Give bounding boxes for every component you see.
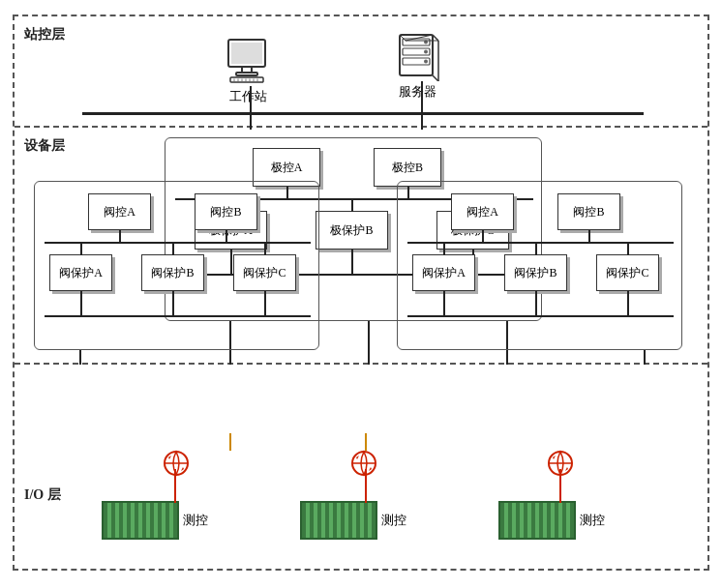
diagram-container: 站控层 工作站 <box>13 15 709 571</box>
meas-2-container: 测控 <box>300 501 406 540</box>
right-io-line-2 <box>644 350 646 365</box>
station-bus <box>82 112 644 115</box>
workstation-label: 工作站 <box>229 88 267 105</box>
left-valve-control-a-box: 阀控A <box>88 193 151 230</box>
network-icon-center <box>350 450 377 477</box>
meas-3-container: 测控 <box>498 501 605 540</box>
lvp-a-up <box>80 242 82 255</box>
meas-3-label: 测控 <box>580 512 605 529</box>
svg-line-20 <box>433 75 438 81</box>
rvp-b-down <box>535 291 537 317</box>
yellow-line-2 <box>365 433 367 451</box>
lvp-c-down <box>264 291 266 317</box>
rvp-b-up <box>535 242 537 255</box>
station-layer: 站控层 工作站 <box>15 16 707 128</box>
pp-b-up <box>351 198 353 212</box>
left-valve-control-b-box: 阀控B <box>195 193 257 230</box>
left-io-line-1 <box>79 350 81 365</box>
left-valve-protect-b-box: 阀保护B <box>141 254 204 291</box>
lvp-c-up <box>264 242 266 255</box>
right-inner-bus-bottom <box>407 315 674 317</box>
right-io-line-1 <box>506 350 508 365</box>
meas-1-box <box>102 501 179 540</box>
workstation-icon: 工作站 <box>223 36 273 105</box>
rvp-a-up <box>443 242 445 255</box>
server-icon: 服务器 <box>392 31 442 101</box>
left-io-line-2 <box>229 350 231 365</box>
right-inner-bus-top <box>407 242 674 244</box>
svg-rect-3 <box>236 73 257 75</box>
rvc-b-down <box>588 230 590 244</box>
pole-protect-b-box: 极保护B <box>316 211 388 250</box>
io-layer-label: I/O 层 <box>24 486 61 504</box>
meas-2-box <box>300 501 377 540</box>
meas-1-container: 测控 <box>102 501 208 540</box>
equipment-layer: 设备层 极控A 极控B 极保护A 极保护B <box>15 128 707 365</box>
red-line-2 <box>365 469 367 503</box>
network-icon-left <box>163 450 190 477</box>
rvp-c-up <box>627 242 629 255</box>
right-valve-protect-a-box: 阀保护A <box>412 254 475 291</box>
meas-3-box <box>498 501 576 540</box>
rvp-c-down <box>627 291 629 317</box>
left-valve-protect-c-box: 阀保护C <box>233 254 296 291</box>
right-valve-group: 阀控A 阀控B 阀保护A 阀保护B 阀保护C <box>397 181 682 350</box>
red-line-3 <box>559 469 561 503</box>
io-layer: I/O 层 <box>15 477 707 569</box>
right-valve-control-b-box: 阀控B <box>557 193 620 230</box>
workstation-down-line <box>250 86 252 113</box>
server-label: 服务器 <box>399 83 436 101</box>
meas-1-label: 测控 <box>183 512 208 529</box>
station-layer-label: 站控层 <box>24 26 65 44</box>
lvp-b-up <box>172 242 174 255</box>
lvc-a-down <box>119 230 121 244</box>
meas-2-label: 测控 <box>381 512 406 529</box>
lvc-b-down <box>226 230 227 244</box>
svg-rect-4 <box>230 77 263 82</box>
rvc-a-down <box>482 230 484 244</box>
pp-b-down <box>351 250 353 276</box>
equipment-layer-label: 设备层 <box>24 137 65 155</box>
equip-center-down <box>368 321 370 365</box>
server-down-line <box>421 81 423 113</box>
right-valve-control-a-box: 阀控A <box>451 193 514 230</box>
left-inner-bus-top <box>45 242 311 244</box>
rvp-a-down <box>443 291 445 317</box>
svg-point-17 <box>424 50 428 54</box>
lvp-b-down <box>172 291 174 317</box>
right-valve-protect-c-box: 阀保护C <box>596 254 659 291</box>
yellow-line-1 <box>229 433 231 451</box>
svg-point-18 <box>424 60 428 64</box>
svg-rect-1 <box>231 43 262 64</box>
left-valve-protect-a-box: 阀保护A <box>49 254 112 291</box>
left-inner-bus-bottom <box>45 315 311 317</box>
red-line-1 <box>174 469 176 503</box>
right-valve-protect-b-box: 阀保护B <box>504 254 567 291</box>
lvp-a-down <box>80 291 82 317</box>
left-valve-group: 阀控A 阀控B 阀保护A 阀保护B 阀保护C <box>34 181 319 350</box>
